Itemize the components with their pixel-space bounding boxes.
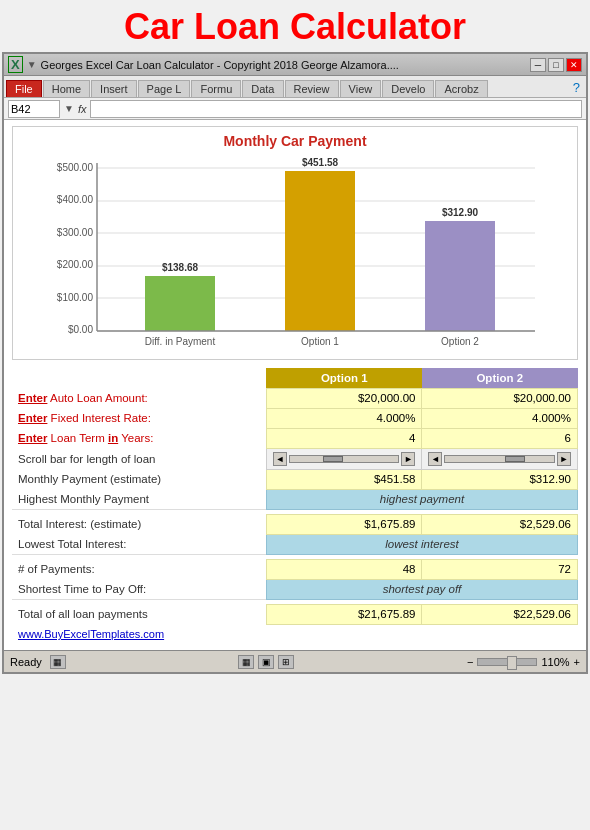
opt2-interest-rate[interactable]: 4.000% [422,408,578,428]
opt1-total-payments: $21,675.89 [266,604,422,624]
tab-acrobat[interactable]: Acrobz [435,80,487,97]
ready-text: Ready [10,656,42,668]
scrollbar-opt1[interactable]: ◄ ► [266,448,422,469]
scroll-track-2[interactable] [444,455,555,463]
opt1-total-interest: $1,675.89 [266,514,422,534]
row-scrollbar: Scroll bar for length of loan ◄ ► ◄ [12,448,578,469]
status-right: − 110% + [467,656,580,668]
svg-text:$451.58: $451.58 [302,157,339,168]
dropdown-arrow[interactable]: ▼ [64,103,74,114]
main-area: Monthly Car Payment $500.00 $400.00 $300… [4,120,586,650]
layout-break-icon[interactable]: ⊞ [278,655,294,669]
label-auto-loan: Enter Auto Loan Amount: [12,388,266,408]
status-center: ▦ ▣ ⊞ [238,655,294,669]
chart-area: Monthly Car Payment $500.00 $400.00 $300… [12,126,578,360]
formula-bar: ▼ fx [4,98,586,120]
opt1-auto-loan[interactable]: $20,000.00 [266,388,422,408]
svg-text:$400.00: $400.00 [57,194,94,205]
bar-diff [145,276,215,331]
interest-rate-text: Fixed Interest Rate: [51,412,151,424]
label-highest-payment: Highest Monthly Payment [12,489,266,509]
label-interest-rate: Enter Fixed Interest Rate: [12,408,266,428]
auto-loan-text: Auto Loan Amount: [50,392,148,404]
row-shortest-payoff: Shortest Time to Pay Off: shortest pay o… [12,579,578,599]
scroll-left-arrow-1[interactable]: ◄ [273,452,287,466]
zoom-plus-icon[interactable]: + [574,656,580,668]
svg-text:$100.00: $100.00 [57,292,94,303]
table-header-row: Option 1 Option 2 [12,368,578,388]
status-bar: Ready ▦ ▦ ▣ ⊞ − 110% + [4,650,586,672]
label-num-payments: # of Payments: [12,559,266,579]
tab-developer[interactable]: Develo [382,80,434,97]
opt2-monthly-payment: $312.90 [422,469,578,489]
restore-button[interactable]: □ [548,58,564,72]
ribbon: File Home Insert Page L Formu Data Revie… [4,76,586,98]
label-shortest-payoff: Shortest Time to Pay Off: [12,579,266,599]
row-total-interest: Total Interest: (estimate) $1,675.89 $2,… [12,514,578,534]
ribbon-tabs: File Home Insert Page L Formu Data Revie… [4,76,586,97]
svg-text:Option 2: Option 2 [441,336,479,347]
title-bar-text: Georges Excel Car Loan Calculator - Copy… [41,59,399,71]
buy-excel-link[interactable]: www.BuyExcelTemplates.com [18,628,164,640]
layout-normal-icon[interactable]: ▦ [238,655,254,669]
tab-file[interactable]: File [6,80,42,97]
label-scrollbar: Scroll bar for length of loan [12,448,266,469]
tab-data[interactable]: Data [242,80,283,97]
minimize-button[interactable]: ─ [530,58,546,72]
scroll-track-1[interactable] [289,455,400,463]
title-bar-icon: ▼ [27,59,37,70]
title-bar: X ▼ Georges Excel Car Loan Calculator - … [4,54,586,76]
scroll-left-arrow-2[interactable]: ◄ [428,452,442,466]
tab-home[interactable]: Home [43,80,90,97]
row-total-payments: Total of all loan payments $21,675.89 $2… [12,604,578,624]
scroll-right-arrow-1[interactable]: ► [401,452,415,466]
zoom-handle[interactable] [507,656,517,670]
tab-review[interactable]: Review [285,80,339,97]
loan-term-text: Loan Term [51,432,108,444]
years-text: Years: [121,432,153,444]
excel-window: X ▼ Georges Excel Car Loan Calculator - … [2,52,588,674]
enter-keyword-term: Enter [18,432,47,444]
row-num-payments: # of Payments: 48 72 [12,559,578,579]
label-monthly-payment: Monthly Payment (estimate) [12,469,266,489]
row-highest-payment: Highest Monthly Payment highest payment [12,489,578,509]
help-icon[interactable]: ? [569,78,584,97]
scroll-handle-2[interactable] [505,456,525,462]
scroll-right-arrow-2[interactable]: ► [557,452,571,466]
opt1-lowest-interest: lowest interest [266,534,577,554]
zoom-level: 110% [541,656,569,668]
zoom-slider[interactable] [477,658,537,666]
row-link: www.BuyExcelTemplates.com [12,624,578,644]
row-monthly-payment: Monthly Payment (estimate) $451.58 $312.… [12,469,578,489]
status-left: Ready ▦ [10,655,66,669]
opt1-num-payments: 48 [266,559,422,579]
enter-keyword: Enter [18,392,47,404]
sheet-icon[interactable]: ▦ [50,655,66,669]
header-label-cell [12,368,266,388]
opt1-loan-term[interactable]: 4 [266,428,422,448]
tab-page-layout[interactable]: Page L [138,80,191,97]
svg-text:$138.68: $138.68 [162,262,199,273]
label-total-payments: Total of all loan payments [12,604,266,624]
opt1-interest-rate[interactable]: 4.000% [266,408,422,428]
opt2-total-interest: $2,529.06 [422,514,578,534]
tab-insert[interactable]: Insert [91,80,137,97]
tab-view[interactable]: View [340,80,382,97]
chart-container: $500.00 $400.00 $300.00 $200.00 $100.00 … [19,153,571,353]
cell-reference-input[interactable] [8,100,60,118]
formula-input[interactable] [90,100,582,118]
tab-formulas[interactable]: Formu [191,80,241,97]
opt2-auto-loan[interactable]: $20,000.00 [422,388,578,408]
data-table: Option 1 Option 2 Enter Auto Loan Amount… [12,368,578,644]
layout-page-icon[interactable]: ▣ [258,655,274,669]
opt2-loan-term[interactable]: 6 [422,428,578,448]
scroll-handle-1[interactable] [323,456,343,462]
zoom-minus-icon[interactable]: − [467,656,473,668]
excel-icon: X [8,56,23,73]
title-bar-left: X ▼ Georges Excel Car Loan Calculator - … [8,56,399,73]
svg-text:$200.00: $200.00 [57,259,94,270]
scrollbar-opt2[interactable]: ◄ ► [422,448,578,469]
close-button[interactable]: ✕ [566,58,582,72]
opt1-highest-payment: highest payment [266,489,577,509]
header-opt2: Option 2 [422,368,578,388]
